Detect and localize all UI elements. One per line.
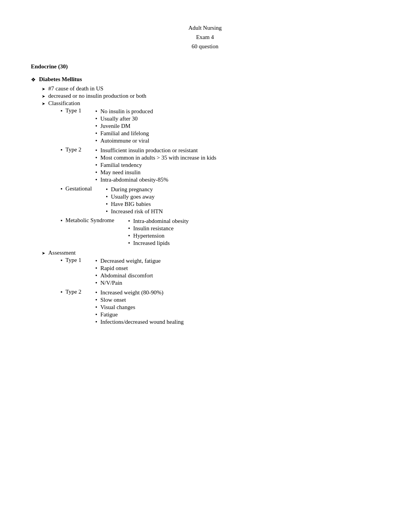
header-line1: Adult Nursing: [31, 23, 379, 32]
gestational-list: Gestational During pregnancy Usually goe…: [48, 185, 379, 216]
type2-label: Type 2: [66, 146, 81, 153]
assess-type2-item-1: Slow onset: [95, 297, 184, 303]
assess-type1-heading: Type 1 Decreased weight, fatigue Rapid o…: [61, 257, 379, 288]
gestational-items: During pregnancy Usually goes away Have …: [92, 186, 163, 216]
metabolic-item-1: Insulin resistance: [128, 225, 189, 232]
type2-item-1: Most common in adults > 35 with increase…: [95, 155, 217, 161]
type2-item-4: Intra-abdominal obesity-85%: [95, 177, 217, 183]
metabolic-item-2: Hypertension: [128, 233, 189, 239]
section-title: Endocrine (30): [31, 63, 379, 70]
type2-item-0: Insufficient insulin production or resis…: [95, 147, 217, 154]
type2-items: Insufficient insulin production or resis…: [81, 147, 217, 184]
header-line2: Exam 4: [31, 32, 379, 42]
assess-type1-label: Type 1: [66, 257, 81, 263]
assess-type1-item-0: Decreased weight, fatigue: [95, 258, 161, 264]
fact-text-2: decreased or no insulin production or bo…: [48, 93, 379, 99]
gestational-item-1: Usually goes away: [106, 194, 163, 200]
type1-heading: Type 1 No insulin is produced Usually af…: [61, 107, 379, 146]
assess-type1-item-1: Rapid onset: [95, 265, 161, 272]
gestational-heading: Gestational During pregnancy Usually goe…: [61, 185, 379, 216]
fact-item-classification: Classification Type 1 No insulin is prod…: [42, 100, 379, 249]
type2-item-3: May need insulin: [95, 169, 217, 176]
assess-type1-list: Type 1 Decreased weight, fatigue Rapid o…: [48, 257, 379, 288]
type1-list: Type 1 No insulin is produced Usually af…: [48, 107, 379, 146]
assess-type2-label: Type 2: [66, 289, 81, 295]
assess-type2-heading: Type 2 Increased weight (80-90%) Slow on…: [61, 289, 379, 327]
diabetes-facts-list: #7 cause of death in US decreased or no …: [31, 85, 379, 328]
type1-item-4: Autoimmune or viral: [95, 138, 153, 144]
assessment-content: Assessment Type 1 Decreased weight, fati…: [48, 250, 379, 328]
diabetes-heading: ❖ Diabetes Mellitus: [31, 76, 379, 83]
gestational-item-3: Increased risk of HTN: [106, 208, 163, 215]
metabolic-heading: Metabolic Syndrome Intra-abdominal obesi…: [61, 217, 379, 248]
type2-list: Type 2 Insufficient insulin production o…: [48, 146, 379, 185]
gestational-item-2: Have BIG babies: [106, 201, 163, 207]
assess-type2-list: Type 2 Increased weight (80-90%) Slow on…: [48, 289, 379, 327]
header-line3: 60 question: [31, 42, 379, 51]
assessment-label: Assessment: [48, 250, 76, 256]
metabolic-item-0: Intra-abdominal obesity: [128, 218, 189, 224]
metabolic-items: Intra-abdominal obesity Insulin resistan…: [114, 218, 189, 247]
type1-label: Type 1: [66, 107, 81, 114]
assess-type1-items: Decreased weight, fatigue Rapid onset Ab…: [81, 258, 161, 287]
type1-item-1: Usually after 30: [95, 116, 153, 122]
assess-type2-items: Increased weight (80-90%) Slow onset Vis…: [81, 289, 184, 326]
gestational-label: Gestational: [66, 185, 92, 192]
assessment-item: Assessment Type 1 Decreased weight, fati…: [42, 250, 379, 328]
type2-item-2: Familial tendency: [95, 162, 217, 168]
fact-item-2: decreased or no insulin production or bo…: [42, 93, 379, 99]
assess-type2-item-2: Visual changes: [95, 304, 184, 311]
metabolic-item-3: Increased lipids: [128, 240, 189, 246]
metabolic-list: Metabolic Syndrome Intra-abdominal obesi…: [48, 217, 379, 248]
metabolic-label: Metabolic Syndrome: [66, 217, 114, 224]
fact-text-1: #7 cause of death in US: [48, 85, 379, 92]
gestational-item-0: During pregnancy: [106, 186, 163, 193]
assess-type2-item-0: Increased weight (80-90%): [95, 289, 184, 296]
type2-heading: Type 2 Insufficient insulin production o…: [61, 146, 379, 185]
fact-text-classification: Classification Type 1 No insulin is prod…: [48, 100, 379, 249]
page-header: Adult Nursing Exam 4 60 question: [31, 23, 379, 51]
assess-type2-item-3: Fatigue: [95, 311, 184, 318]
diamond-icon: ❖: [31, 76, 36, 83]
fact-item-1: #7 cause of death in US: [42, 85, 379, 92]
assess-type1-item-2: Abdominal discomfort: [95, 272, 161, 279]
diabetes-title: Diabetes Mellitus: [39, 76, 82, 83]
type1-items: No insulin is produced Usually after 30 …: [81, 108, 153, 145]
assess-type2-item-4: Infections/decreased wound healing: [95, 319, 184, 325]
assess-type1-item-3: N/V/Pain: [95, 280, 161, 286]
type1-item-3: Familial and lifelong: [95, 130, 153, 137]
type1-item-0: No insulin is produced: [95, 108, 153, 115]
type1-item-2: Juvenile DM: [95, 123, 153, 129]
